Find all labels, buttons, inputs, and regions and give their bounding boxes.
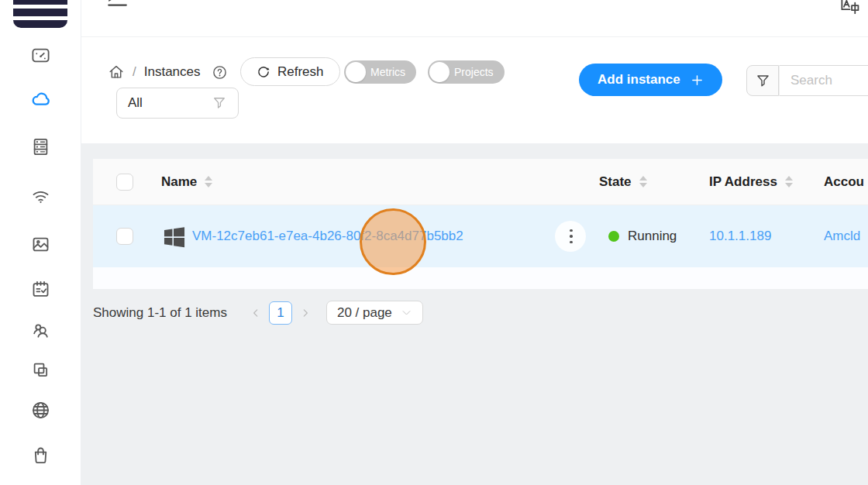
projects-toggle-label: Projects bbox=[450, 66, 503, 78]
metrics-toggle[interactable]: Metrics bbox=[344, 60, 416, 84]
users-icon bbox=[30, 319, 51, 340]
sort-control[interactable] bbox=[205, 176, 212, 187]
sidebar-item-network[interactable] bbox=[30, 185, 51, 206]
sort-control[interactable] bbox=[639, 176, 647, 187]
content-area: Name State IP Address Accou bbox=[81, 143, 868, 485]
sidebar-collapse-icon[interactable] bbox=[107, 0, 128, 15]
column-header-account: Accou bbox=[824, 159, 864, 205]
search-filter-button[interactable] bbox=[746, 65, 779, 96]
toggle-knob bbox=[346, 62, 366, 82]
page-size-value: 20 / page bbox=[337, 305, 392, 321]
images-icon bbox=[30, 234, 51, 255]
language-translate-icon[interactable] bbox=[839, 0, 860, 15]
sidebar-item-instances[interactable] bbox=[30, 89, 51, 110]
next-page-icon[interactable] bbox=[300, 308, 311, 318]
sidebar-item-users[interactable] bbox=[30, 319, 51, 340]
state-cell: Running bbox=[608, 205, 677, 267]
plus-icon bbox=[691, 74, 704, 87]
cloud-instances-icon bbox=[30, 89, 51, 110]
storage-server-icon bbox=[30, 136, 51, 157]
select-all-checkbox[interactable] bbox=[116, 174, 133, 191]
table-header-row: Name State IP Address Accou bbox=[93, 159, 868, 205]
logo-bar bbox=[13, 9, 67, 16]
home-icon[interactable] bbox=[108, 64, 125, 81]
sort-asc-icon bbox=[639, 176, 647, 181]
breadcrumb-separator: / bbox=[133, 64, 136, 80]
add-instance-label: Add instance bbox=[598, 72, 680, 88]
row-checkbox[interactable] bbox=[116, 228, 133, 245]
breadcrumb: / Instances bbox=[108, 58, 228, 86]
sidebar-item-schedule[interactable] bbox=[30, 279, 51, 300]
filter-funnel-icon bbox=[755, 73, 771, 89]
network-wifi-icon bbox=[30, 185, 51, 206]
dashboard-icon bbox=[30, 45, 51, 66]
sort-desc-icon bbox=[205, 183, 212, 187]
type-filter-select[interactable]: All bbox=[116, 88, 239, 119]
instances-table: Name State IP Address Accou bbox=[93, 159, 868, 289]
sort-asc-icon bbox=[205, 176, 212, 181]
logo-bar bbox=[13, 20, 67, 28]
breadcrumb-page-title: Instances bbox=[144, 64, 201, 80]
sidebar-item-dashboard[interactable] bbox=[30, 45, 51, 66]
page-size-select[interactable]: 20 / page bbox=[326, 301, 423, 325]
column-label: IP Address bbox=[709, 174, 777, 190]
page-number-button[interactable]: 1 bbox=[269, 301, 292, 325]
running-status-dot bbox=[608, 231, 619, 242]
metrics-toggle-label: Metrics bbox=[366, 66, 415, 78]
toggle-knob bbox=[429, 62, 450, 82]
sidebar-item-images[interactable] bbox=[30, 234, 51, 255]
column-label: Name bbox=[161, 174, 197, 190]
pagination: Showing 1-1 of 1 items 1 20 / page bbox=[93, 301, 423, 325]
windows-logo-icon bbox=[161, 223, 188, 249]
sort-control[interactable] bbox=[785, 176, 793, 187]
column-header-ip: IP Address bbox=[709, 159, 793, 205]
instances-page: / Instances Refresh Metrics Projects Add… bbox=[0, 0, 868, 485]
sort-desc-icon bbox=[785, 183, 793, 187]
table-footer-strip bbox=[93, 267, 868, 289]
logo-bar bbox=[13, 0, 67, 5]
instance-name-link[interactable]: VM-12c7eb61-e7ea-4b26-80f2-8ca4d77b5bb2 bbox=[192, 205, 463, 267]
projects-layers-icon bbox=[30, 359, 51, 380]
sort-desc-icon bbox=[639, 183, 647, 187]
add-instance-button[interactable]: Add instance bbox=[579, 64, 722, 96]
sidebar-item-marketplace[interactable] bbox=[30, 445, 51, 466]
ip-address-link[interactable]: 10.1.1.189 bbox=[709, 205, 771, 267]
marketplace-bag-icon bbox=[30, 445, 51, 466]
question-circle-icon[interactable] bbox=[212, 64, 228, 81]
projects-toggle[interactable]: Projects bbox=[428, 60, 505, 84]
globe-icon bbox=[30, 400, 51, 421]
schedule-calendar-icon bbox=[30, 279, 51, 300]
pagination-summary: Showing 1-1 of 1 items bbox=[93, 305, 227, 321]
topbar bbox=[81, 0, 868, 37]
table-row: VM-12c7eb61-e7ea-4b26-80f2-8ca4d77b5bb2 … bbox=[93, 205, 868, 267]
refresh-icon bbox=[257, 65, 270, 79]
prev-page-icon[interactable] bbox=[250, 308, 261, 318]
column-header-name: Name bbox=[161, 159, 212, 205]
row-actions-menu-icon[interactable] bbox=[566, 226, 577, 246]
account-link[interactable]: Amcld bbox=[824, 205, 860, 267]
column-label: State bbox=[599, 174, 632, 190]
sort-asc-icon bbox=[785, 176, 793, 181]
refresh-button[interactable]: Refresh bbox=[240, 57, 340, 86]
brand-logo[interactable] bbox=[13, 0, 67, 28]
search-group bbox=[746, 65, 868, 96]
state-label: Running bbox=[628, 229, 677, 244]
sidebar bbox=[0, 0, 81, 485]
sidebar-item-storage[interactable] bbox=[30, 136, 51, 157]
column-header-state: State bbox=[599, 159, 647, 205]
type-filter-value: All bbox=[128, 95, 143, 111]
search-input[interactable] bbox=[779, 65, 868, 96]
page-header: / Instances Refresh Metrics Projects Add… bbox=[81, 38, 868, 143]
sidebar-item-projects[interactable] bbox=[30, 359, 51, 380]
sidebar-item-globe[interactable] bbox=[30, 400, 51, 421]
column-label: Accou bbox=[824, 174, 864, 190]
filter-funnel-icon bbox=[212, 95, 227, 111]
refresh-label: Refresh bbox=[277, 64, 324, 80]
chevron-down-icon bbox=[401, 307, 412, 318]
